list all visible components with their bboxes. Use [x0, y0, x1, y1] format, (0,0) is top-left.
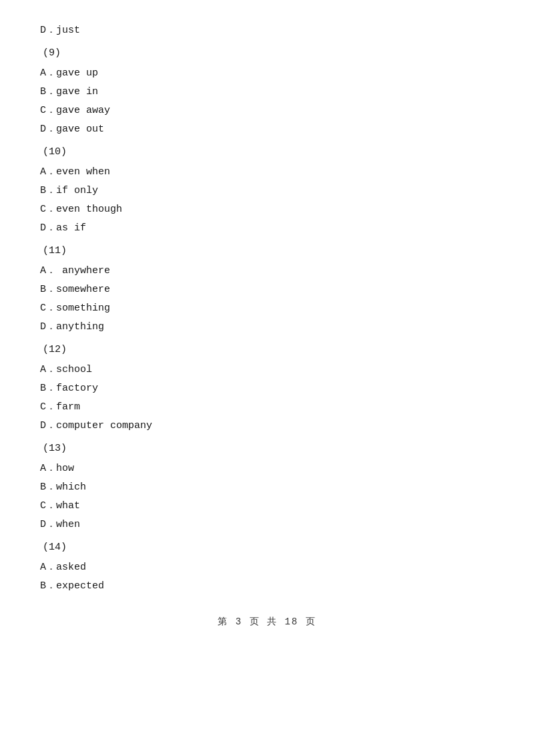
option-9a: A．gave up — [40, 65, 494, 81]
option-13b: B．which — [40, 480, 494, 496]
option-9b-text: B．gave in — [40, 86, 98, 98]
option-14a-text: A．asked — [40, 562, 86, 573]
option-13a-text: A．how — [40, 463, 74, 474]
option-10d-text: D．as if — [40, 222, 86, 234]
option-13c-text: C．what — [40, 500, 80, 512]
q10-label: (10) — [43, 146, 67, 158]
option-11c: C．something — [40, 301, 494, 317]
option-d-just: D．just — [40, 23, 494, 39]
question-13-number: (13) — [40, 441, 494, 457]
option-9d: D．gave out — [40, 122, 494, 138]
question-10-number: (10) — [40, 144, 494, 160]
option-10c: C．even though — [40, 202, 494, 218]
option-13c: C．what — [40, 498, 494, 514]
option-12d-text: D．computer company — [40, 420, 152, 431]
option-10a-text: A．even when — [40, 166, 110, 178]
option-11d-text: D．anything — [40, 321, 104, 333]
option-12d: D．computer company — [40, 418, 494, 434]
q11-label: (11) — [43, 245, 67, 256]
page-footer: 第 3 页 共 18 页 — [40, 614, 494, 629]
option-9c: C．gave away — [40, 103, 494, 119]
option-11d: D．anything — [40, 319, 494, 335]
option-12a: A．school — [40, 362, 494, 378]
option-12a-text: A．school — [40, 364, 92, 375]
q9-label: (9) — [43, 47, 61, 59]
option-11b: B．somewhere — [40, 282, 494, 298]
option-9c-text: C．gave away — [40, 105, 110, 116]
option-13d: D．when — [40, 517, 494, 533]
option-13a: A．how — [40, 461, 494, 477]
question-14-number: (14) — [40, 540, 494, 556]
question-11-number: (11) — [40, 243, 494, 259]
option-11c-text: C．something — [40, 303, 110, 314]
option-9d-text: D．gave out — [40, 124, 104, 135]
option-11a-text: A． anywhere — [40, 265, 110, 276]
option-12c-text: C．farm — [40, 401, 80, 413]
option-12b-text: B．factory — [40, 383, 98, 394]
option-14a: A．asked — [40, 560, 494, 576]
exam-content: D．just (9) A．gave up B．gave in C．gave aw… — [40, 23, 494, 594]
option-10d: D．as if — [40, 220, 494, 236]
option-9b: B．gave in — [40, 84, 494, 100]
option-10b-text: B．if only — [40, 185, 98, 196]
option-10a: A．even when — [40, 164, 494, 180]
option-14b-text: B．expected — [40, 580, 104, 592]
q13-label: (13) — [43, 443, 67, 454]
q12-label: (12) — [43, 344, 67, 355]
question-9-number: (9) — [40, 45, 494, 61]
q14-label: (14) — [43, 542, 67, 553]
option-9a-text: A．gave up — [40, 67, 98, 79]
option-10b: B．if only — [40, 183, 494, 199]
option-11b-text: B．somewhere — [40, 284, 110, 295]
option-12b: B．factory — [40, 381, 494, 397]
option-10c-text: C．even though — [40, 204, 122, 215]
option-11a: A． anywhere — [40, 263, 494, 279]
page-footer-text: 第 3 页 共 18 页 — [218, 616, 316, 627]
option-14b: B．expected — [40, 578, 494, 594]
option-13d-text: D．when — [40, 519, 80, 530]
question-12-number: (12) — [40, 342, 494, 358]
option-12c: C．farm — [40, 399, 494, 415]
option-13b-text: B．which — [40, 482, 86, 493]
option-d-just-text: D．just — [40, 25, 80, 36]
